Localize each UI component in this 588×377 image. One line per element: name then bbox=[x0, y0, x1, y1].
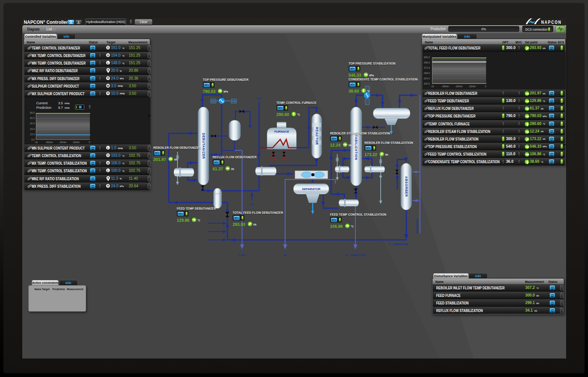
svg-text:L - NAPHTHA: L - NAPHTHA bbox=[389, 243, 409, 246]
svg-text:SEPARATOR: SEPARATOR bbox=[302, 187, 321, 191]
svg-text:NAPHTHA: NAPHTHA bbox=[415, 219, 419, 234]
svg-text:H - NAPHTHA: H - NAPHTHA bbox=[346, 253, 365, 257]
svg-text:H2: H2 bbox=[257, 97, 261, 100]
svg-text:DEBUTANIZER: DEBUTANIZER bbox=[202, 133, 205, 159]
svg-text:CW: CW bbox=[211, 100, 215, 102]
svg-text:STABILIZATION: STABILIZATION bbox=[354, 133, 358, 161]
svg-text:2: 2 bbox=[78, 20, 80, 24]
svg-text:FUEL: FUEL bbox=[270, 158, 277, 161]
svg-text:ABSORBER: ABSORBER bbox=[404, 176, 408, 197]
svg-text:NAPCON: NAPCON bbox=[541, 19, 562, 24]
svg-text:REACTOR: REACTOR bbox=[315, 127, 319, 145]
svg-text:FURNACE: FURNACE bbox=[274, 130, 289, 133]
svg-text:CW: CW bbox=[232, 100, 236, 102]
svg-text:LPG: LPG bbox=[239, 253, 245, 257]
svg-text:AIR: AIR bbox=[282, 158, 286, 161]
svg-text:H2: H2 bbox=[283, 253, 287, 257]
svg-text:H2: H2 bbox=[250, 202, 255, 206]
